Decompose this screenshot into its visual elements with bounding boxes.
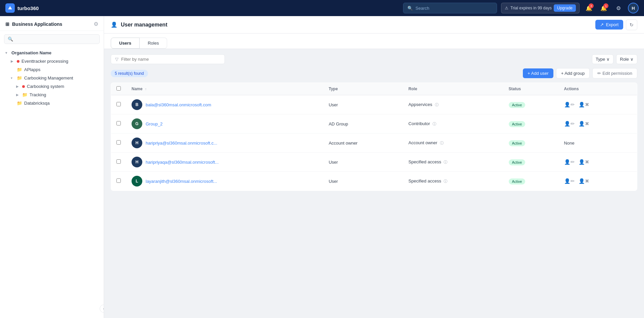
app-logo[interactable]: turbo360: [5, 3, 39, 13]
row-name-cell: H haripriyaqa@sl360msal.onmicrosoft...: [126, 153, 323, 172]
add-group-button[interactable]: + Add group: [556, 68, 590, 78]
user-name-link[interactable]: Group_2: [146, 121, 163, 126]
row-actions-cell: 👤✏ 👤✖: [559, 95, 637, 114]
sidebar-item-aplapps[interactable]: 📁 APlapps: [0, 65, 104, 74]
table-toolbar: ▽ Type ∨ Role ∨: [111, 54, 637, 64]
tabs: Users Roles: [111, 38, 637, 49]
status-dot-red: [17, 60, 19, 63]
user-avatar-sm: H: [132, 138, 142, 148]
sidebar-item-eventtracker[interactable]: ▶ Eventtracker processing: [0, 57, 104, 65]
edit-user-icon[interactable]: 👤✏: [564, 178, 575, 184]
status-badge: Active: [509, 121, 526, 127]
row-checkbox-cell: [111, 134, 127, 153]
trial-text: Trial expires in 99 days: [510, 6, 552, 10]
user-name-link[interactable]: bala@sl360msal.onmicrosoft.com: [146, 102, 211, 107]
row-checkbox[interactable]: [116, 102, 121, 106]
row-type-cell: Account owner: [323, 134, 403, 153]
alerts-button[interactable]: 🔔 1: [598, 3, 609, 13]
row-status-cell: Active: [503, 153, 559, 172]
settings-button[interactable]: ⚙: [613, 3, 624, 13]
remove-user-icon[interactable]: 👤✖: [579, 178, 589, 184]
refresh-button[interactable]: ↻: [626, 19, 637, 30]
filter-icon: ▽: [115, 57, 118, 62]
info-icon[interactable]: ⓘ: [435, 103, 439, 107]
row-checkbox[interactable]: [116, 159, 121, 164]
warning-icon: ⚠: [505, 6, 508, 10]
no-action-label: None: [564, 141, 575, 146]
remove-user-icon[interactable]: 👤✖: [579, 159, 589, 165]
edit-user-icon[interactable]: 👤✏: [564, 159, 575, 165]
row-status-cell: Active: [503, 134, 559, 153]
info-icon[interactable]: ⓘ: [433, 122, 436, 126]
tab-users[interactable]: Users: [111, 38, 140, 49]
sidebar-item-org[interactable]: ▾ Organisation Name: [0, 49, 104, 57]
sidebar-item-carbooking[interactable]: ▾ 📁 Carbooking Management: [0, 74, 104, 82]
add-user-button[interactable]: + Add user: [523, 68, 553, 78]
row-actions-cell: 👤✏ 👤✖: [559, 172, 637, 191]
row-status-cell: Active: [503, 172, 559, 191]
edit-permission-button[interactable]: ✏ Edit permission: [592, 68, 637, 78]
sidebar-title: ⊞ Business Applications: [5, 21, 62, 27]
sidebar-search-input[interactable]: [15, 37, 96, 42]
tab-roles[interactable]: Roles: [140, 38, 167, 49]
row-checkbox[interactable]: [116, 178, 121, 183]
app-name: turbo360: [17, 5, 39, 11]
results-count: 5 result(s) found: [111, 70, 148, 77]
row-checkbox[interactable]: [116, 121, 121, 125]
table-row: H haripriya@sl360msal.onmicrosoft.c... A…: [111, 134, 637, 153]
filter-input[interactable]: [121, 57, 220, 62]
logo-icon: [5, 3, 15, 13]
edit-user-icon[interactable]: 👤✏: [564, 121, 575, 126]
info-icon[interactable]: ⓘ: [440, 141, 444, 145]
users-table: Name ↑ Type Role Status Actions B bala@s…: [111, 83, 637, 191]
grid-icon: ⊞: [5, 21, 9, 27]
status-badge: Active: [509, 140, 526, 146]
status-badge: Active: [509, 102, 526, 108]
row-type-cell: User: [323, 172, 403, 191]
user-name-link[interactable]: haripriya@sl360msal.onmicrosoft.c...: [146, 141, 217, 146]
sidebar-item-tracking[interactable]: ▶ 📁 Tracking: [0, 91, 104, 99]
search-placeholder: Search: [415, 6, 429, 11]
role-dropdown[interactable]: Role ∨: [616, 54, 637, 64]
remove-user-icon[interactable]: 👤✖: [579, 102, 589, 107]
edit-user-icon[interactable]: 👤✏: [564, 102, 575, 107]
sidebar-settings-icon[interactable]: ⚙: [94, 21, 98, 27]
row-checkbox-cell: [111, 114, 127, 134]
filter-bar[interactable]: ▽: [111, 54, 225, 64]
search-icon: 🔍: [407, 6, 413, 11]
user-avatar[interactable]: H: [628, 3, 639, 13]
sidebar-item-databricksqa[interactable]: 📁 Databricksqa: [0, 99, 104, 107]
select-all-checkbox[interactable]: [116, 86, 121, 91]
row-name-cell: G Group_2: [126, 114, 323, 134]
svg-marker-0: [8, 6, 12, 9]
page-header: 👤 User management ↗ Export ↻: [104, 16, 644, 34]
user-name-link[interactable]: layaranjith@sl360msal.onmicrosoft...: [146, 179, 217, 184]
sidebar-tree: ▾ Organisation Name ▶ Eventtracker proce…: [0, 47, 104, 318]
action-buttons: + Add user + Add group ✏ Edit permission: [523, 68, 637, 78]
global-search[interactable]: 🔍 Search: [403, 3, 497, 13]
remove-user-icon[interactable]: 👤✖: [579, 121, 589, 126]
row-checkbox-cell: [111, 95, 127, 114]
row-status-cell: Active: [503, 95, 559, 114]
sidebar-item-carbooking-system[interactable]: ▶ Carbooking system: [0, 82, 104, 91]
info-icon[interactable]: ⓘ: [444, 160, 447, 164]
top-navigation: turbo360 🔍 Search ⚠ Trial expires in 99 …: [0, 0, 644, 16]
upgrade-button[interactable]: Upgrade: [554, 4, 576, 12]
notifications-button[interactable]: 🔔 3: [584, 3, 594, 13]
row-type-cell: User: [323, 95, 403, 114]
info-icon[interactable]: ⓘ: [444, 179, 447, 183]
sidebar-search[interactable]: 🔍: [4, 34, 100, 44]
trial-banner: ⚠ Trial expires in 99 days Upgrade: [501, 3, 580, 13]
sidebar-item-label: Databricksqa: [24, 101, 50, 106]
row-type-cell: AD Group: [323, 114, 403, 134]
table-area: ▽ Type ∨ Role ∨ 5 result(s) found: [104, 49, 644, 318]
export-button[interactable]: ↗ Export: [595, 20, 623, 30]
row-role-cell: Specified access ⓘ: [403, 153, 503, 172]
row-checkbox[interactable]: [116, 140, 121, 145]
row-role-cell: Account owner ⓘ: [403, 134, 503, 153]
notifications-badge: 3: [589, 3, 594, 8]
type-dropdown[interactable]: Type ∨: [592, 54, 613, 64]
chevron-right-icon: ▶: [16, 85, 20, 88]
user-name-link[interactable]: haripriyaqa@sl360msal.onmicrosoft...: [146, 160, 219, 165]
sort-icon: ↑: [145, 87, 147, 91]
